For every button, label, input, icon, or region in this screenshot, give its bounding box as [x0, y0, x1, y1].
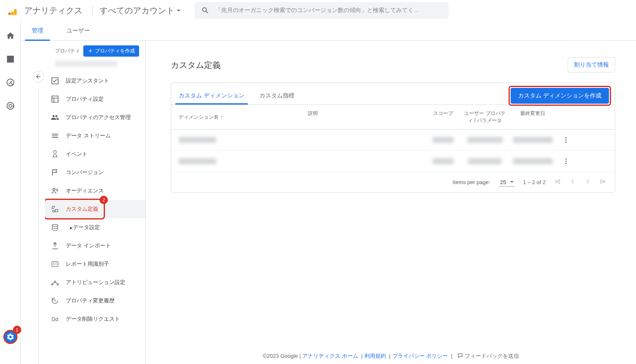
sidebar-item-label: データ設定	[73, 224, 100, 231]
search-placeholder: 「先月のオーガニック検索でのコンバージョン数の傾向」と検索してみてく…	[215, 7, 442, 14]
reports-icon[interactable]	[5, 54, 15, 64]
svg-point-13	[566, 161, 567, 162]
sidebar-item-data-deletion[interactable]: Ddデータ削除リクエスト	[45, 310, 145, 328]
dd-icon: Dd	[50, 316, 60, 322]
sidebar-item-label: 設定アシスタント	[66, 77, 109, 85]
chevron-right-icon: ▸	[66, 224, 73, 231]
annotation-badge-1: 1	[13, 326, 21, 334]
sidebar-item-label: オーディエンス	[66, 187, 104, 194]
table-row	[171, 151, 615, 172]
sidebar-item-change-history[interactable]: プロパティ変更履歴	[45, 292, 145, 310]
redacted-cell	[513, 158, 553, 164]
copyright: ©2023 Google	[263, 353, 298, 359]
column-description: 説明	[308, 110, 424, 124]
back-button[interactable]	[32, 71, 44, 82]
next-page-button[interactable]	[584, 178, 591, 187]
sidebar-item-data-streams[interactable]: データ ストリーム	[45, 127, 145, 145]
sidebar-item-attribution-settings[interactable]: アトリビューション設定	[45, 273, 145, 292]
sidebar-item-custom-definitions[interactable]: カスタム定義 2	[45, 200, 145, 218]
svg-rect-5	[52, 262, 58, 267]
layout-icon	[50, 95, 60, 103]
svg-point-9	[566, 137, 567, 138]
tab-custom-dimensions[interactable]: カスタム ディメンション	[177, 87, 246, 105]
upload-icon	[50, 242, 60, 250]
svg-point-12	[566, 158, 567, 160]
create-dimension-button[interactable]: カスタム ディメンションを作成	[511, 88, 609, 104]
account-switcher[interactable]: すべてのアカウント	[100, 5, 183, 16]
row-menu-button[interactable]	[558, 157, 574, 165]
sidebar-item-label: データ削除リクエスト	[66, 315, 120, 323]
column-name[interactable]: ディメンション名↑	[179, 110, 308, 124]
sidebar-item-access-management[interactable]: プロパティのアクセス管理	[45, 108, 145, 127]
sidebar-item-data-settings[interactable]: ▸データ設定	[45, 218, 145, 237]
svg-point-6	[52, 284, 53, 285]
redacted-cell	[433, 137, 454, 143]
column-scope: スコープ	[424, 110, 462, 124]
tab-custom-metrics[interactable]: カスタム指標	[258, 87, 296, 105]
header: アナリティクス すべてのアカウント 「先月のオーガニック検索でのコンバージョン数…	[0, 0, 636, 21]
page-title: カスタム定義	[171, 60, 221, 71]
sidebar-item-label: イベント	[66, 150, 87, 158]
footer-feedback[interactable]: フィードバックを送信	[465, 353, 519, 359]
main-canvas: カスタム定義 割り当て情報 カスタム ディメンション カスタム指標 カスタム デ…	[146, 41, 636, 364]
sidebar-item-reporting-identity[interactable]: レポート用識別子	[45, 255, 145, 273]
first-page-button[interactable]	[554, 178, 561, 187]
property-sidebar: プロパティ プロパティを作成 設定アシスタント プロパティ設定 プロパティのアク…	[21, 41, 146, 364]
redacted-cell	[179, 158, 216, 164]
create-property-button[interactable]: プロパティを作成	[83, 45, 139, 57]
sidebar-item-events[interactable]: イベント	[45, 145, 145, 163]
tab-user[interactable]: ユーザー	[65, 21, 92, 41]
attribution-icon	[50, 278, 60, 287]
people-icon	[50, 113, 60, 122]
stream-icon	[50, 132, 60, 140]
home-icon[interactable]	[5, 31, 15, 41]
audience-icon	[50, 187, 60, 195]
redacted-cell	[433, 158, 454, 164]
footer-privacy-link[interactable]: プライバシー ポリシー	[392, 353, 448, 359]
sidebar-item-conversions[interactable]: コンバージョン	[45, 163, 145, 182]
sort-arrow-icon: ↑	[220, 114, 223, 120]
last-page-button[interactable]	[599, 178, 606, 187]
footer: ©2023 Google |アナリティクス ホーム |利用規約 |プライバシー …	[146, 352, 636, 360]
redacted-cell	[468, 158, 501, 164]
event-icon	[50, 150, 60, 158]
allocation-info-button[interactable]: 割り当て情報	[568, 57, 615, 72]
account-label: すべてのアカウント	[100, 5, 175, 16]
sidebar-item-label: データ インポート	[66, 242, 111, 249]
table-header: ディメンション名↑ 説明 スコープ ユーザー プロパティ / パラメータ 最終変…	[171, 105, 615, 130]
svg-point-4	[52, 224, 57, 227]
pagination: Items per page: 25 1 – 2 of 2	[171, 172, 615, 192]
flag-icon	[50, 168, 60, 177]
footer-terms-link[interactable]: 利用規約	[364, 353, 386, 359]
tab-admin[interactable]: 管理	[30, 21, 45, 41]
search-icon	[201, 6, 210, 15]
sidebar-item-setup-assistant[interactable]: 設定アシスタント	[45, 72, 145, 90]
sidebar-item-property-settings[interactable]: プロパティ設定	[45, 90, 145, 108]
items-per-page-select[interactable]: 25	[499, 178, 515, 187]
svg-point-14	[566, 163, 567, 164]
tree-line	[38, 91, 39, 364]
checkbox-icon	[50, 77, 60, 85]
definitions-card: カスタム ディメンション カスタム指標 カスタム ディメンションを作成 ディメン…	[171, 82, 615, 193]
feedback-icon	[457, 353, 463, 360]
search-box[interactable]: 「先月のオーガニック検索でのコンバージョン数の傾向」と検索してみてく…	[195, 2, 449, 19]
advertising-icon[interactable]	[5, 101, 15, 111]
svg-point-10	[566, 140, 567, 141]
sidebar-item-label: アトリビューション設定	[66, 279, 125, 286]
explore-icon[interactable]	[5, 77, 15, 87]
sidebar-item-label: プロパティのアクセス管理	[66, 114, 131, 121]
prev-page-button[interactable]	[569, 178, 576, 187]
product-name: アナリティクス	[24, 5, 82, 16]
sidebar-item-label: プロパティ設定	[66, 95, 104, 103]
left-rail: 1	[0, 21, 21, 364]
property-label: プロパティ	[55, 47, 80, 55]
sidebar-item-label: プロパティ変更履歴	[66, 297, 115, 304]
page-range: 1 – 2 of 2	[523, 179, 546, 185]
sidebar-item-data-import[interactable]: データ インポート	[45, 237, 145, 255]
row-menu-button[interactable]	[558, 136, 574, 144]
redacted-cell	[179, 137, 216, 143]
sidebar-item-audiences[interactable]: オーディエンス	[45, 182, 145, 200]
redacted-cell	[467, 137, 503, 143]
chevron-down-icon	[175, 6, 183, 15]
footer-home-link[interactable]: アナリティクス ホーム	[302, 353, 358, 359]
